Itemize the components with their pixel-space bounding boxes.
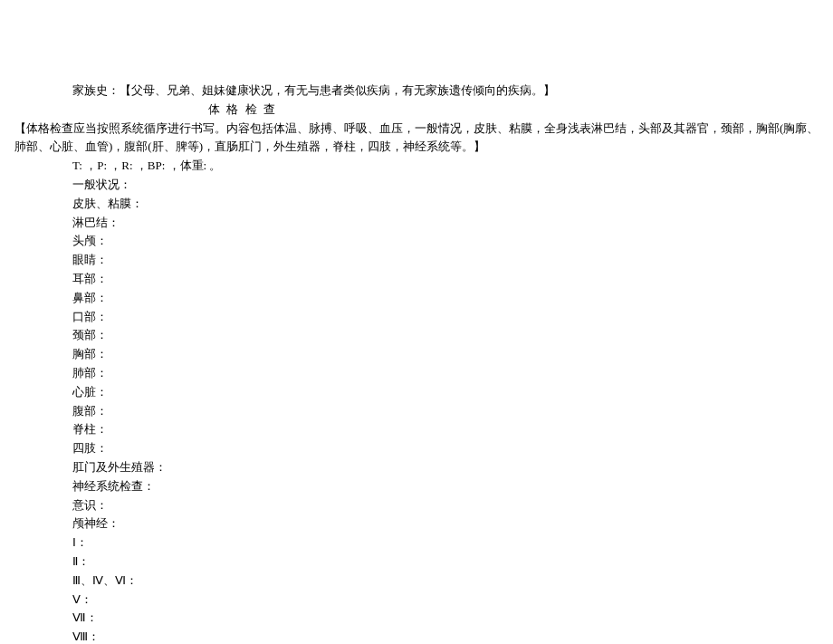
neck: 颈部： bbox=[72, 326, 824, 345]
cranial-nerve-2: Ⅱ： bbox=[72, 553, 824, 572]
cranial-nerves: 颅神经： bbox=[72, 514, 824, 533]
exam-intro: 【体格检查应当按照系统循序进行书写。内容包括体温、脉搏、呼吸、血压，一般情况，皮… bbox=[9, 120, 824, 158]
general-status: 一般状况： bbox=[72, 176, 824, 195]
cranial-nerve-346: Ⅲ、Ⅳ、Ⅵ： bbox=[72, 572, 824, 591]
cranial-nerve-5: Ⅴ： bbox=[72, 591, 824, 610]
ears: 耳部： bbox=[72, 270, 824, 289]
vitals-line: T: ，P: ，R: ，BP: ，体重: 。 bbox=[72, 157, 824, 176]
section-title: 体 格 检 查 bbox=[9, 101, 824, 120]
exam-items: T: ，P: ，R: ，BP: ，体重: 。 一般状况： 皮肤、粘膜： 淋巴结：… bbox=[9, 157, 824, 644]
heart: 心脏： bbox=[72, 383, 824, 402]
skin-mucosa: 皮肤、粘膜： bbox=[72, 195, 824, 214]
spine: 脊柱： bbox=[72, 420, 824, 439]
family-history-content: 【父母、兄弟、姐妹健康状况，有无与患者类似疾病，有无家族遗传倾向的疾病。】 bbox=[120, 83, 555, 97]
lung: 肺部： bbox=[72, 364, 824, 383]
neuro-exam: 神经系统检查： bbox=[72, 477, 824, 496]
abdomen: 腹部： bbox=[72, 402, 824, 421]
mouth: 口部： bbox=[72, 308, 824, 327]
family-history-label: 家族史： bbox=[72, 83, 120, 97]
cranial-nerve-1: Ⅰ： bbox=[72, 533, 824, 553]
limbs: 四肢： bbox=[72, 439, 824, 458]
cranial-nerve-8: Ⅷ： bbox=[72, 628, 824, 644]
nose: 鼻部： bbox=[72, 289, 824, 308]
document-content: 家族史：【父母、兄弟、姐妹健康状况，有无与患者类似疾病，有无家族遗传倾向的疾病。… bbox=[0, 0, 833, 644]
eyes: 眼睛： bbox=[72, 251, 824, 270]
family-history-line: 家族史：【父母、兄弟、姐妹健康状况，有无与患者类似疾病，有无家族遗传倾向的疾病。… bbox=[9, 82, 824, 101]
chest: 胸部： bbox=[72, 345, 824, 364]
head: 头颅： bbox=[72, 232, 824, 251]
anus-genitalia: 肛门及外生殖器： bbox=[72, 458, 824, 477]
cranial-nerve-7: Ⅶ： bbox=[72, 609, 824, 628]
consciousness: 意识： bbox=[72, 496, 824, 515]
lymph-nodes: 淋巴结： bbox=[72, 214, 824, 233]
